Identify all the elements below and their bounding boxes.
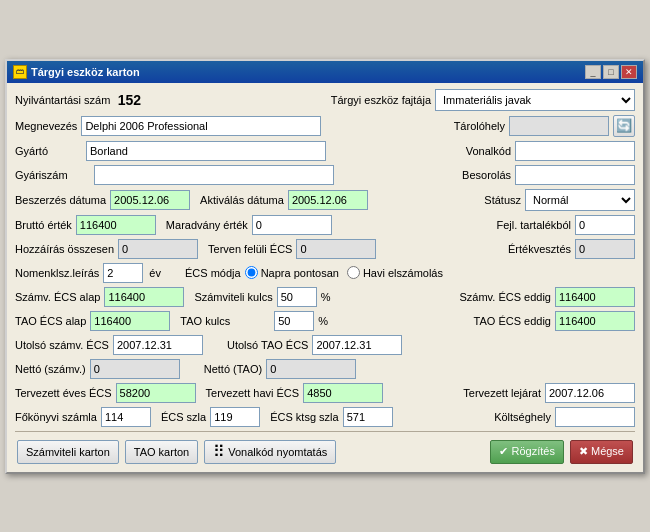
aktivacias-input[interactable]: [288, 190, 368, 210]
tao-ecs-eddig-label: TAO ÉCS eddig: [474, 315, 551, 327]
megse-button[interactable]: ✖ Mégse: [570, 440, 633, 464]
main-window: 🗃 Tárgyi eszköz karton _ □ ✕ Nyilvántart…: [5, 59, 645, 474]
row-gyarto: Gyártó Vonalkód: [15, 141, 635, 161]
row-utolso: Utolsó számv. ÉCS Utolsó TAO ÉCS: [15, 335, 635, 355]
maradvany-label: Maradvány érték: [166, 219, 248, 231]
row-fokonyvi: Főkönyvi számla ÉCS szla ÉCS ktsg szla K…: [15, 407, 635, 427]
ertekvestzes-input[interactable]: [575, 239, 635, 259]
szamv-ecs-alap-label: Számv. ÉCS alap: [15, 291, 100, 303]
tervezett-lejarat-label: Tervezett lejárat: [463, 387, 541, 399]
netto-szamv-input[interactable]: [90, 359, 180, 379]
row-tervezett: Tervezett éves ÉCS Tervezett havi ÉCS Te…: [15, 383, 635, 403]
fejl-taralekbol-label: Fejl. tartalékból: [496, 219, 571, 231]
szamviteli-kulcs-input[interactable]: [277, 287, 317, 307]
terven-feluli-label: Terven felüli ÉCS: [208, 243, 292, 255]
szamv-ecs-alap-input[interactable]: [104, 287, 184, 307]
aktivacias-label: Aktiválás dátuma: [200, 194, 284, 206]
utolso-szamv-input[interactable]: [113, 335, 203, 355]
fejl-taralekbol-input[interactable]: [575, 215, 635, 235]
maximize-button[interactable]: □: [603, 65, 619, 79]
ecs-ktsg-szla-input[interactable]: [343, 407, 393, 427]
brutto-input[interactable]: [76, 215, 156, 235]
netto-tao-input[interactable]: [266, 359, 356, 379]
fokonyvi-szamla-label: Főkönyvi számla: [15, 411, 97, 423]
szamv-ecs-eddig-input[interactable]: [555, 287, 635, 307]
tarolohely-input[interactable]: [509, 116, 609, 136]
beszerzes-label: Beszerzés dátuma: [15, 194, 106, 206]
minimize-button[interactable]: _: [585, 65, 601, 79]
tao-ecs-alap-input[interactable]: [90, 311, 170, 331]
megnevezes-input[interactable]: [81, 116, 321, 136]
szamv-ecs-eddig-label: Számv. ÉCS eddig: [459, 291, 551, 303]
ecs-modja-radio-group: Napra pontosan Havi elszámolás: [245, 266, 443, 279]
napra-pontosan-radio[interactable]: Napra pontosan: [245, 266, 339, 279]
nomenkl-label: Nomenklsz.leírás: [15, 267, 99, 279]
row-hozzairas: Hozzáírás összesen Terven felüli ÉCS Ért…: [15, 239, 635, 259]
nomenkl-input[interactable]: [103, 263, 143, 283]
tarolohely-refresh-button[interactable]: 🔄: [613, 115, 635, 137]
vonalkod-nyomtatas-label: Vonalkód nyomtatás: [228, 446, 327, 458]
hozzairas-label: Hozzáírás összesen: [15, 243, 114, 255]
tao-kulcs-label: TAO kulcs: [180, 315, 230, 327]
hozzairas-input[interactable]: [118, 239, 198, 259]
tervezett-eves-input[interactable]: [116, 383, 196, 403]
havi-elszamolas-label: Havi elszámolás: [363, 267, 443, 279]
rogzites-label: Rögzítés: [511, 445, 554, 457]
fokonyvi-szamla-input[interactable]: [101, 407, 151, 427]
tao-karton-button[interactable]: TAO karton: [125, 440, 198, 464]
gyarto-input[interactable]: [86, 141, 326, 161]
bottom-left-buttons: Számviteli karton TAO karton ⠿ Vonalkód …: [17, 440, 336, 464]
koltseghelye-label: Költséghely: [494, 411, 551, 423]
rogzites-button[interactable]: ✔ Rögzítés: [490, 440, 563, 464]
tao-kulcs-input[interactable]: [274, 311, 314, 331]
vonalkod-input[interactable]: [515, 141, 635, 161]
checkmark-icon: ✔: [499, 445, 508, 457]
terven-feluli-input[interactable]: [296, 239, 376, 259]
netto-tao-label: Nettó (TAO): [204, 363, 262, 375]
brutto-label: Bruttó érték: [15, 219, 72, 231]
tarolohely-label: Tárolóhely: [454, 120, 505, 132]
row-nylv: Nyilvántartási szám 152 Tárgyi eszköz fa…: [15, 89, 635, 111]
nylv-value: 152: [114, 92, 144, 108]
koltseghelye-input[interactable]: [555, 407, 635, 427]
row-brutto: Bruttó érték Maradvány érték Fejl. tarta…: [15, 215, 635, 235]
maradvany-input[interactable]: [252, 215, 332, 235]
window-title: Tárgyi eszköz karton: [31, 66, 140, 78]
szamviteli-karton-button[interactable]: Számviteli karton: [17, 440, 119, 464]
havi-elszamolas-radio[interactable]: Havi elszámolás: [347, 266, 443, 279]
close-button[interactable]: ✕: [621, 65, 637, 79]
vonalkod-nyomtatas-button[interactable]: ⠿ Vonalkód nyomtatás: [204, 440, 336, 464]
bottom-right-buttons: ✔ Rögzítés ✖ Mégse: [490, 440, 633, 464]
netto-szamv-label: Nettó (számv.): [15, 363, 86, 375]
form-content: Nyilvántartási szám 152 Tárgyi eszköz fa…: [7, 83, 643, 472]
tervezett-havi-label: Tervezett havi ÉCS: [206, 387, 300, 399]
statusz-select[interactable]: Normál Selejtezett Átadott: [525, 189, 635, 211]
szamviteli-kulcs-pct: %: [321, 291, 331, 303]
tao-ecs-eddig-input[interactable]: [555, 311, 635, 331]
szamviteli-kulcs-label: Számviteli kulcs: [194, 291, 272, 303]
title-buttons: _ □ ✕: [585, 65, 637, 79]
row-datura: Beszerzés dátuma Aktiválás dátuma Státus…: [15, 189, 635, 211]
statusz-label: Státusz: [484, 194, 521, 206]
tervezett-havi-input[interactable]: [303, 383, 383, 403]
x-icon: ✖: [579, 445, 588, 457]
row-szamv-ecs: Számv. ÉCS alap Számviteli kulcs % Számv…: [15, 287, 635, 307]
targyi-eszkoz-select[interactable]: Immateriális javak: [435, 89, 635, 111]
ecs-ktsg-szla-label: ÉCS ktsg szla: [270, 411, 338, 423]
gyariszam-input[interactable]: [94, 165, 334, 185]
utolso-tao-input[interactable]: [312, 335, 402, 355]
ecs-szla-input[interactable]: [210, 407, 260, 427]
utolso-tao-label: Utolsó TAO ÉCS: [227, 339, 309, 351]
tervezett-lejarat-input[interactable]: [545, 383, 635, 403]
megnevezes-label: Megnevezés: [15, 120, 77, 132]
megse-label: Mégse: [591, 445, 624, 457]
row-megnevezes: Megnevezés Tárolóhely 🔄: [15, 115, 635, 137]
besorolas-input[interactable]: [515, 165, 635, 185]
vonalkod-label: Vonalkód: [466, 145, 511, 157]
ecs-modja-label: ÉCS módja: [185, 267, 241, 279]
targyi-eszkoz-label: Tárgyi eszköz fajtája: [331, 94, 431, 106]
window-icon: 🗃: [13, 65, 27, 79]
row-nomenkl: Nomenklsz.leírás év ÉCS módja Napra pont…: [15, 263, 635, 283]
bottom-buttons: Számviteli karton TAO karton ⠿ Vonalkód …: [15, 436, 635, 466]
beszerzes-input[interactable]: [110, 190, 190, 210]
